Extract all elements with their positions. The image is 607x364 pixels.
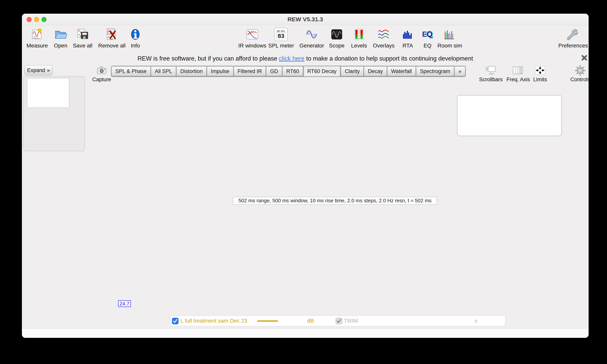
overlays-icon [373,27,394,41]
thumbnail-response-plot [27,78,69,107]
graph-tab-bar: SPL & PhaseAll SPLDistortionImpulseFilte… [111,66,466,77]
capture-button[interactable]: Capture [92,65,111,83]
svg-text:3: 3 [359,32,360,34]
tab-spectrogram[interactable]: Spectrogram [416,66,454,76]
status-bar [22,328,589,338]
limits-button[interactable]: Limits [530,65,550,83]
preferences-button[interactable]: Preferences [558,27,586,53]
toolbar-label: Overlays [373,43,394,49]
info-icon [128,27,142,41]
t60m-visibility-checkbox[interactable] [336,318,342,324]
app-window: REW V5.31.3 MeasureOpenSave allRemove al… [22,14,589,338]
toolbar-label: Open [52,43,69,49]
expand-button[interactable]: Expand» [25,65,53,75]
svg-text:6: 6 [359,35,360,37]
donation-text-before: REW is free software, but if you can aff… [138,55,279,62]
series-visibility-checkbox[interactable] [172,318,179,324]
svg-text:0: 0 [359,30,360,32]
donation-banner: REW is free software, but if you can aff… [22,53,589,65]
room-sim-icon [438,27,461,41]
toolbar-label: EQ [422,43,433,49]
toolbar-label: Generator [299,43,324,49]
tab-clarity[interactable]: Clarity [341,66,364,76]
tab-rt60[interactable]: RT60 [282,66,303,76]
toolbar-label: Measure [27,43,48,49]
measure-icon [27,27,48,41]
tab-distortion[interactable]: Distortion [176,66,207,76]
rta-button[interactable]: RTA [401,27,414,53]
spl-meter-readout: dB SPL83 [274,28,288,41]
toolbar-label: Room sim [438,43,461,49]
tab-spl-phase[interactable]: SPL & Phase [111,66,151,76]
tab-all-spl[interactable]: All SPL [151,66,176,76]
room-sim-button[interactable]: Room sim [438,27,461,53]
toolbar-label: SPL meter [268,43,294,49]
toolbar-label: Save all [70,43,95,49]
spl-meter-button[interactable]: dB SPL83SPL meter [268,27,294,53]
donation-text-after: to make a donation to help support its c… [304,55,473,62]
limits-icon [530,65,550,76]
legend-series1-line-sample [257,320,278,322]
eq-button[interactable]: EQEQ [422,27,433,53]
svg-text:EQ: EQ [422,30,432,38]
camera-icon [92,65,111,76]
close-banner-icon[interactable] [580,54,588,62]
legend-series2-unit: s [475,318,477,324]
wrench-icon [558,27,586,41]
rta-icon [401,27,414,41]
levels-button[interactable]: 0369Levels [350,27,368,53]
waterfall-settings-annotation: 502 ms range, 500 ms window, 10 ms rise … [233,197,437,205]
spl-meter-value: 83 [276,33,285,39]
measure-button[interactable]: Measure [27,27,48,53]
toolbar-label: Info [128,43,142,49]
freq-axis-button[interactable]: Freq. Axis [507,65,529,83]
save-all-button[interactable]: Save all [70,27,95,53]
tab-waterfall[interactable]: Waterfall [387,66,416,76]
spl-meter-icon: dB SPL83 [268,27,294,41]
scope-icon [328,27,345,41]
rt60-stats-table [457,95,562,136]
toolbar-label: Levels [350,43,368,49]
generator-icon [299,27,324,41]
toolbar-label: Scope [328,43,345,49]
graph-legend: L full treatment sam Dec 23 dB T60M s [170,315,505,326]
tab-rt60-decay[interactable]: RT60 Decay [303,66,341,77]
ir-windows-icon [238,27,267,41]
donation-link[interactable]: click here [279,55,304,62]
info-button[interactable]: Info [128,27,142,53]
ir-windows-button[interactable]: IR windows [238,27,267,53]
generator-button[interactable]: Generator [299,27,324,53]
legend-series1-unit: dB [307,318,314,324]
freq-axis-icon [507,65,529,76]
save-all-icon [70,27,95,41]
measurement-card-1[interactable] [24,76,85,151]
controls-button[interactable]: Controls [567,65,589,83]
cursor-frequency-label: 24.7 [118,300,131,307]
tab-impulse[interactable]: Impulse [207,66,233,76]
title-bar: REW V5.31.3 [22,14,589,25]
remove-all-button[interactable]: Remove all [95,27,128,53]
tab-filtered-ir[interactable]: Filtered IR [234,66,266,76]
overlays-button[interactable]: Overlays [373,27,394,53]
tab-decay[interactable]: Decay [364,66,387,76]
scrollbars-button[interactable]: Scrollbars [479,65,503,83]
tool-label: Scrollbars [479,77,503,83]
gear-icon [567,65,589,76]
tool-label: Freq. Axis [507,77,529,83]
open-button[interactable]: Open [52,27,69,53]
remove-all-icon [95,27,128,41]
tab-gd[interactable]: GD [266,66,282,76]
scope-button[interactable]: Scope [328,27,345,53]
svg-text:9: 9 [359,37,360,39]
eq-icon: EQ [422,27,433,41]
tool-label: Limits [530,77,550,83]
toolbar-label: IR windows [238,43,267,49]
measurement-thumbnail[interactable] [27,78,69,108]
window-title: REW V5.31.3 [22,16,589,23]
levels-icon: 0369 [350,27,368,41]
tab-overflow[interactable]: » [455,66,465,76]
toolbar-label: RTA [401,43,414,49]
spl-meter-badge: dB SPL [277,30,285,33]
open-icon [52,27,69,41]
legend-series2-label: T60M [344,318,358,324]
